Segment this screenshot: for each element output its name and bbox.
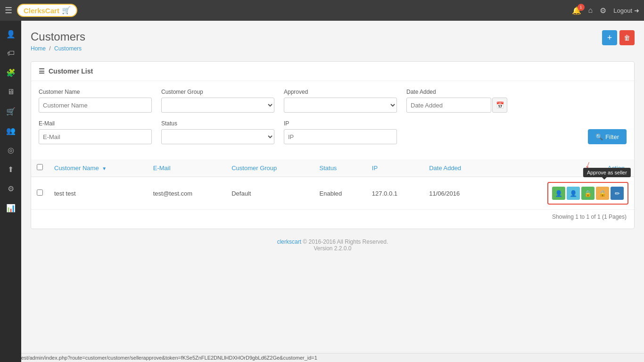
date-added-group: Date Added 📅 <box>406 89 507 113</box>
row-checkbox-cell <box>31 177 49 210</box>
footer-version: Version 2.2.0.0 <box>40 245 625 252</box>
settings-icon[interactable]: ⚙ <box>600 6 606 15</box>
logout-button[interactable]: Logout ➜ <box>613 7 639 14</box>
email-label: E-Mail <box>39 120 152 127</box>
row-name: test test <box>49 177 148 210</box>
add-customer-button[interactable]: + <box>602 30 617 45</box>
table-header-row: Customer Name ▼ E-Mail Customer Group St… <box>31 159 634 177</box>
filter-form: Customer Name Customer Group Approved <box>31 81 634 159</box>
header-actions: + 🗑 <box>602 30 635 45</box>
brand-icon: 🛒 <box>62 6 71 15</box>
footer: clerkscart © 2016-2016 All Rights Reserv… <box>31 229 635 261</box>
approve-button[interactable]: 🔒 <box>581 187 594 200</box>
breadcrumb-current[interactable]: Customers <box>54 45 82 52</box>
th-date-added[interactable]: Date Added <box>423 159 491 177</box>
ip-input[interactable] <box>284 129 397 144</box>
select-all-checkbox[interactable] <box>37 164 43 170</box>
login-as-button[interactable]: 👤 <box>552 187 565 200</box>
row-email: test@test.com <box>148 177 226 210</box>
card-header: ☰ Customer List <box>31 62 634 81</box>
logout-icon: ➜ <box>634 7 639 14</box>
approve-tooltip: Approve as seller <box>583 168 631 177</box>
customer-name-input[interactable] <box>39 98 152 113</box>
statusbar-url: mastertest/admin/index.php?route=custome… <box>4 355 317 361</box>
row-status: Enabled <box>314 177 366 210</box>
customer-group-select[interactable] <box>161 98 274 113</box>
sidebar-item-tags[interactable]: 🏷 <box>1 45 20 62</box>
footer-copyright: © 2016-2016 All Rights Reserved. <box>303 239 388 245</box>
sidebar-item-extensions[interactable]: 🧩 <box>1 64 20 81</box>
row-action-cell: ↓ Approve as seller 👤 👤 🔒 🔒 ✏ <box>491 177 634 210</box>
customer-list-card: ☰ Customer List Customer Name Customer G… <box>31 61 635 229</box>
approved-label: Approved <box>284 89 397 95</box>
navbar: ☰ ClerksCart 🛒 🔔 1 ⌂ ⚙ Logout ➜ <box>0 0 644 21</box>
page-title-area: Customers Home / Customers <box>31 30 85 52</box>
navbar-left: ☰ ClerksCart 🛒 <box>5 4 77 17</box>
th-email[interactable]: E-Mail <box>148 159 226 177</box>
deny-button[interactable]: 🔒 <box>596 187 609 200</box>
delete-customer-button[interactable]: 🗑 <box>619 30 635 45</box>
footer-link[interactable]: clerkscart <box>277 239 301 245</box>
sidebar-item-customers[interactable]: 👥 <box>1 122 20 139</box>
th-customer-group[interactable]: Customer Group <box>226 159 314 177</box>
th-status[interactable]: Status <box>314 159 366 177</box>
sidebar-item-users[interactable]: 👤 <box>1 25 20 42</box>
sidebar-item-cart[interactable]: 🛒 <box>1 103 20 120</box>
edit-button[interactable]: ✏ <box>611 187 624 200</box>
email-input[interactable] <box>39 129 152 144</box>
sidebar-item-gear[interactable]: ⚙ <box>1 180 20 197</box>
customer-group-label: Customer Group <box>161 89 274 95</box>
sidebar: 👤 🏷 🧩 🖥 🛒 👥 ◎ ⬆ ⚙ 📊 <box>0 21 21 362</box>
navbar-right: 🔔 1 ⌂ ⚙ Logout ➜ <box>572 6 639 15</box>
main-content: Customers Home / Customers + 🗑 ☰ Custome… <box>21 21 644 362</box>
filter-button[interactable]: 🔍 Filter <box>588 129 627 144</box>
breadcrumb: Home / Customers <box>31 45 85 52</box>
status-group: Status <box>161 120 274 144</box>
approved-group: Approved <box>284 89 397 113</box>
status-label: Status <box>161 120 274 127</box>
customers-table: Customer Name ▼ E-Mail Customer Group St… <box>31 159 634 210</box>
statusbar: mastertest/admin/index.php?route=custome… <box>0 353 644 362</box>
list-icon: ☰ <box>39 67 45 75</box>
th-ip[interactable]: IP <box>366 159 423 177</box>
email-group: E-Mail <box>39 120 152 144</box>
sidebar-item-monitor[interactable]: 🖥 <box>1 83 20 100</box>
calendar-button[interactable]: 📅 <box>492 98 507 113</box>
status-select[interactable] <box>161 129 274 144</box>
footer-line1: clerkscart © 2016-2016 All Rights Reserv… <box>40 239 625 245</box>
customer-name-group: Customer Name <box>39 89 152 113</box>
page-header: Customers Home / Customers + 🗑 <box>31 30 635 52</box>
breadcrumb-separator: / <box>49 45 52 52</box>
home-icon[interactable]: ⌂ <box>588 6 593 15</box>
notification-badge: 1 <box>578 4 585 11</box>
th-checkbox <box>31 159 49 177</box>
table-row: test test test@test.com Default Enabled … <box>31 177 634 210</box>
table-wrapper: Customer Name ▼ E-Mail Customer Group St… <box>31 159 634 229</box>
row-ip: 127.0.0.1 <box>366 177 423 210</box>
row-group: Default <box>226 177 314 210</box>
approved-select[interactable] <box>284 98 397 113</box>
page-title: Customers <box>31 30 85 43</box>
notification-icon[interactable]: 🔔 1 <box>572 6 581 15</box>
search-icon: 🔍 <box>595 133 603 140</box>
th-customer-name[interactable]: Customer Name ▼ <box>49 159 148 177</box>
row-checkbox[interactable] <box>37 189 43 196</box>
sidebar-item-chart[interactable]: 📊 <box>1 199 20 216</box>
row-date: 11/06/2016 <box>423 177 491 210</box>
sidebar-item-circle[interactable]: ◎ <box>1 141 20 158</box>
approve-seller-button[interactable]: 👤 <box>567 187 580 200</box>
breadcrumb-home[interactable]: Home <box>31 45 46 52</box>
filter-row-2: E-Mail Status IP 🔍 Filter <box>39 120 627 144</box>
date-added-input[interactable] <box>406 98 491 113</box>
customer-name-label: Customer Name <box>39 89 152 95</box>
brand-name: ClerksCart <box>24 7 59 15</box>
ip-label: IP <box>284 120 397 127</box>
hamburger-icon[interactable]: ☰ <box>5 5 12 16</box>
sidebar-item-share[interactable]: ⬆ <box>1 161 20 178</box>
date-wrapper: 📅 <box>406 98 507 113</box>
action-buttons-group: Approve as seller 👤 👤 🔒 🔒 ✏ <box>547 182 628 205</box>
ip-group: IP <box>284 120 397 144</box>
filter-row-1: Customer Name Customer Group Approved <box>39 89 627 113</box>
sort-arrow-icon: ▼ <box>102 166 107 171</box>
brand-logo[interactable]: ClerksCart 🛒 <box>17 4 77 17</box>
